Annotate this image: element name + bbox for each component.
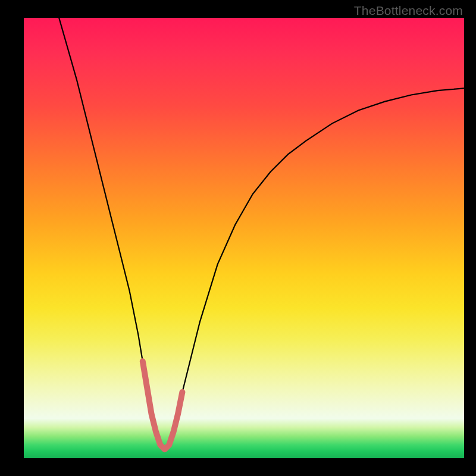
curve-layer	[24, 18, 464, 458]
watermark-text: TheBottleneck.com	[354, 4, 463, 18]
chart-stage: TheBottleneck.com	[0, 0, 476, 476]
trough-highlight	[143, 361, 183, 449]
plot-area	[24, 18, 464, 458]
bottleneck-curve	[59, 18, 464, 449]
